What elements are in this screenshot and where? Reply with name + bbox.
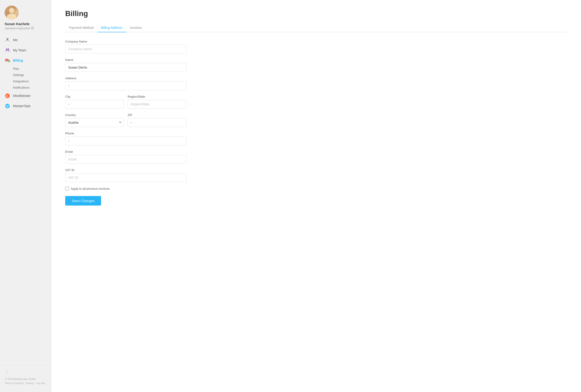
city-region-row: City Region/State xyxy=(65,95,186,113)
phone-group: Phone xyxy=(65,132,186,145)
world-icon xyxy=(31,26,34,30)
star-icon: ☆ xyxy=(5,369,46,375)
sidebar-item-billing-label: Billing xyxy=(13,59,23,62)
city-input[interactable] xyxy=(65,100,124,109)
checkbox-group: Apply to all previous invoices xyxy=(65,187,186,191)
svg-point-5 xyxy=(8,49,9,50)
privacy-link[interactable]: Privacy xyxy=(26,382,34,385)
sidebar-item-mindmeister[interactable]: M MindMeister xyxy=(0,91,51,101)
tab-bar: Payment Method Billing Address Invoices xyxy=(65,23,567,32)
svg-text:$: $ xyxy=(8,60,10,62)
address-group: Address xyxy=(65,76,186,90)
apply-all-checkbox[interactable] xyxy=(65,187,69,191)
avatar xyxy=(5,5,19,19)
terms-link[interactable]: Terms of Service xyxy=(5,382,24,385)
sidebar-item-meistertask-label: MeisterTask xyxy=(13,104,30,108)
city-group: City xyxy=(65,95,124,109)
country-group: Country Austria Germany Switzerland Unit… xyxy=(65,113,124,127)
mindmeister-icon: M xyxy=(5,93,10,99)
phone-label: Phone xyxy=(65,132,186,135)
country-zip-row: Country Austria Germany Switzerland Unit… xyxy=(65,113,186,132)
sidebar-item-mindmeister-label: MindMeister xyxy=(13,94,31,98)
company-name-input[interactable] xyxy=(65,45,186,53)
address-input[interactable] xyxy=(65,81,186,90)
sidebar-item-me-label: Me xyxy=(13,38,18,42)
vat-id-label: VAT ID xyxy=(65,168,186,172)
vat-id-group: VAT ID xyxy=(65,168,186,182)
main-content: Billing Payment Method Billing Address I… xyxy=(51,0,581,392)
sidebar-item-my-team[interactable]: My Team xyxy=(0,45,51,55)
footer-links: Terms of Service Privacy Log Out xyxy=(5,382,46,385)
company-name-label: Company Name xyxy=(65,40,186,43)
zip-label: ZIP xyxy=(128,113,186,117)
sidebar-item-settings[interactable]: Settings xyxy=(13,72,51,78)
page-title: Billing xyxy=(65,9,567,18)
sidebar: Susan Kachele raphaela+mtplustest Me xyxy=(0,0,51,392)
region-state-label: Region/State xyxy=(128,95,186,98)
main-nav: Me My Team $ Bil xyxy=(0,35,51,365)
sidebar-item-meistertask[interactable]: MeisterTask xyxy=(0,101,51,111)
vat-id-input[interactable] xyxy=(65,173,186,182)
person-icon xyxy=(5,37,10,43)
sidebar-item-me[interactable]: Me xyxy=(0,35,51,45)
sidebar-item-notifications[interactable]: Notifications xyxy=(13,84,51,91)
copyright-text: © 2018 MeisterLabs GmbH xyxy=(5,377,46,381)
sidebar-item-my-team-label: My Team xyxy=(13,48,26,52)
sidebar-item-integrations[interactable]: Integrations xyxy=(13,78,51,84)
country-label: Country xyxy=(65,113,124,117)
team-icon xyxy=(5,47,10,53)
user-name: Susan Kachele xyxy=(5,22,30,26)
name-label: Name xyxy=(65,58,186,62)
company-name-group: Company Name xyxy=(65,40,186,53)
billing-sub-nav: Plan Settings Integrations Notifications xyxy=(0,66,51,91)
zip-group: ZIP xyxy=(128,113,186,127)
logout-link[interactable]: Log Out xyxy=(36,382,45,385)
save-changes-button[interactable]: Save Changes xyxy=(65,196,101,205)
region-state-group: Region/State xyxy=(128,95,186,109)
country-select[interactable]: Austria Germany Switzerland United State… xyxy=(65,118,124,127)
sidebar-item-plan[interactable]: Plan xyxy=(13,66,51,72)
name-group: Name xyxy=(65,58,186,72)
tab-payment-method[interactable]: Payment Method xyxy=(65,23,97,32)
svg-point-4 xyxy=(6,49,8,50)
sidebar-footer: ☆ © 2018 MeisterLabs GmbH Terms of Servi… xyxy=(0,365,51,388)
billing-icon: $ xyxy=(5,58,10,63)
apply-all-label: Apply to all previous invoices xyxy=(71,187,110,191)
zip-input[interactable] xyxy=(128,118,186,127)
address-label: Address xyxy=(65,76,186,80)
meistertask-icon xyxy=(5,103,10,109)
phone-input[interactable] xyxy=(65,137,186,145)
sidebar-item-billing[interactable]: $ Billing xyxy=(0,55,51,66)
tab-billing-address[interactable]: Billing Address xyxy=(97,23,126,32)
user-profile: Susan Kachele raphaela+mtplustest xyxy=(0,5,51,35)
svg-point-3 xyxy=(6,38,8,40)
name-input[interactable] xyxy=(65,63,186,72)
email-group: Email xyxy=(65,150,186,164)
email-input[interactable] xyxy=(65,155,186,164)
tab-invoices[interactable]: Invoices xyxy=(126,23,146,32)
email-label: Email xyxy=(65,150,186,154)
username: raphaela+mtplustest xyxy=(5,27,30,30)
region-state-input[interactable] xyxy=(128,100,186,109)
billing-address-form: Company Name Name Address City Region/St… xyxy=(65,40,186,205)
svg-text:M: M xyxy=(6,95,8,97)
city-label: City xyxy=(65,95,124,98)
